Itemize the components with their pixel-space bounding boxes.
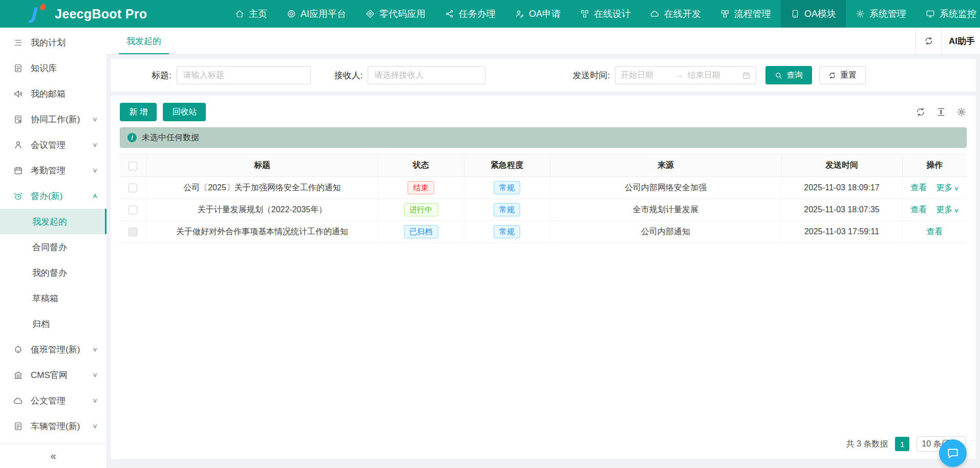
sidebar-item-supervise[interactable]: 督办(新) ∧ [0,183,106,209]
row-checkbox[interactable] [129,184,137,192]
collab-doc-icon [13,115,23,124]
gear-icon [856,9,865,18]
edit-user-icon [515,9,524,18]
cell-source: 公司内部网络安全加强 [550,177,781,199]
chevron-down-icon: ∨ [92,422,98,430]
cloud-icon [13,396,23,406]
table-header-row: 标题 状态 紧急程度 来源 发送时间 操作 [120,154,967,177]
add-button[interactable]: 新 增 [120,103,157,121]
sidebar-item-archive[interactable]: 归档 [0,311,106,337]
urgency-badge: 常规 [494,225,520,238]
sidebar-item-cms[interactable]: CMS官网 ∨ [0,362,106,388]
select-all-checkbox[interactable] [129,162,137,170]
nav-item-monitor[interactable]: 系统监控 [916,0,980,28]
col-send-time: 发送时间 [781,154,902,177]
sidebar-item-attendance[interactable]: 考勤管理 ∨ [0,158,106,183]
tab-my-initiated[interactable]: 我发起的 [118,28,170,54]
action-view[interactable]: 查看 [926,227,943,236]
sidebar-item-drafts[interactable]: 草稿箱 [0,285,106,311]
duty-bell-icon [13,345,23,354]
cell-source: 全市规划计量发展 [550,199,781,221]
person-icon [13,140,23,150]
action-more[interactable]: 更多∨ [936,205,958,214]
chevron-down-icon: ∨ [92,167,98,174]
sidebar-item-contract[interactable]: 合同督办 [0,234,106,260]
data-table: 标题 状态 紧急程度 来源 发送时间 操作 公司〔2025〕关于加强网络安全工作… [120,154,967,243]
sidebar-item-my-plan[interactable]: 我的计划 [0,30,106,55]
nav-item-sys-mgmt[interactable]: 系统管理 [846,0,916,28]
blocks-icon [720,9,730,18]
chevron-up-icon: ∧ [92,192,98,199]
page-1-button[interactable]: 1 [895,437,909,451]
tab-bar: 我发起的 AI助手 [106,28,980,55]
sidebar-item-my-initiated[interactable]: 我发起的 [0,209,106,234]
sidebar-item-my-mailbox[interactable]: 我的邮箱 [0,81,106,106]
sidebar-item-official-doc[interactable]: 公文管理 ∨ [0,388,106,413]
cell-send-time: 2025-11-03 17:59:11 [781,221,902,243]
row-checkbox[interactable] [129,206,137,214]
reset-button[interactable]: 重置 [819,66,866,84]
recycle-bin-button[interactable]: 回收站 [163,103,206,121]
sidebar: 我的计划 知识库 我的邮箱 协同工作(新) ∨ 会议管理 ∨ 考勤管理 ∨ [0,28,106,468]
cell-title: 关于做好对外合作事项基本情况统计工作的通知 [146,221,378,243]
tablet-icon [791,9,800,18]
nav-item-dev[interactable]: 在线开发 [641,0,711,28]
gear-icon[interactable] [956,107,967,117]
search-filter-bar: 标题: 接收人: 发送时间: 开始日期 → 结束日期 [111,59,976,92]
chevron-down-icon: ∨ [92,346,98,353]
refresh-icon[interactable] [915,107,926,117]
cloud-icon [650,9,659,18]
sidebar-item-meeting[interactable]: 会议管理 ∨ [0,132,106,158]
app-logo[interactable]: J JeecgBoot Pro [0,4,225,24]
nav-item-home[interactable]: 主页 [225,0,277,28]
column-height-icon[interactable] [936,107,946,117]
chevron-down-icon: ∨ [92,371,98,378]
collapse-icon: « [50,450,56,462]
tab-refresh-button[interactable] [915,28,941,54]
logo-icon: J [28,4,47,24]
sidebar-item-collaboration[interactable]: 协同工作(新) ∨ [0,106,106,132]
knowledge-icon [13,63,23,73]
nav-item-lowcode[interactable]: 零代码应用 [356,0,435,28]
top-navbar: J JeecgBoot Pro 主页 AI应用平台 零代码应用 任务办理 OA申… [0,0,980,28]
receiver-label: 接收人: [334,70,363,81]
sidebar-item-my-supervise[interactable]: 我的督办 [0,260,106,285]
nav-item-oa-apply[interactable]: OA申请 [505,0,570,28]
cell-send-time: 2025-11-03 18:07:35 [781,199,902,221]
table-row: 关于计量发展规划（2022-2035年） 进行中 常规 全市规划计量发展 202… [120,199,967,221]
chat-assistant-fab[interactable] [939,439,967,467]
send-time-label: 发送时间: [572,70,610,81]
col-urgency: 紧急程度 [464,154,550,177]
date-range-picker[interactable]: 开始日期 → 结束日期 [615,66,756,84]
ai-assistant-toggle[interactable]: AI助手 [941,28,980,54]
sidebar-item-duty[interactable]: 值班管理(新) ∨ [0,337,106,362]
nav-item-process[interactable]: 流程管理 [711,0,781,28]
sidebar-item-vehicle[interactable]: 车辆管理(新) ∨ [0,413,106,439]
sidebar-item-knowledge[interactable]: 知识库 [0,55,106,81]
app-title: JeecgBoot Pro [55,7,147,21]
row-checkbox[interactable] [129,228,137,236]
action-view[interactable]: 查看 [910,183,927,192]
nav-item-ai[interactable]: AI应用平台 [277,0,356,28]
monitor-icon [926,9,935,18]
action-view[interactable]: 查看 [910,205,927,214]
title-input[interactable] [177,66,311,84]
refresh-icon [924,36,933,46]
nav-item-task[interactable]: 任务办理 [435,0,505,28]
cell-source: 公司内部通知 [550,221,781,243]
total-count: 共 3 条数据 [846,439,888,450]
sidebar-collapse-button[interactable]: « [0,443,106,468]
receiver-input[interactable] [368,66,485,84]
share-icon [445,9,454,18]
nav-item-design[interactable]: 在线设计 [570,0,641,28]
col-title: 标题 [146,154,378,177]
chevron-down-icon: ∨ [92,141,98,148]
start-date-placeholder: 开始日期 [621,70,671,81]
search-button[interactable]: 查询 [765,66,812,84]
cell-title: 关于计量发展规划（2022-2035年） [146,199,378,221]
sidebar-menu: 我的计划 知识库 我的邮箱 协同工作(新) ∨ 会议管理 ∨ 考勤管理 ∨ [0,28,106,443]
action-more[interactable]: 更多∨ [936,183,958,192]
bank-icon [13,370,23,380]
urgency-badge: 常规 [494,181,520,194]
nav-item-oa-module[interactable]: OA模块 [781,0,846,28]
